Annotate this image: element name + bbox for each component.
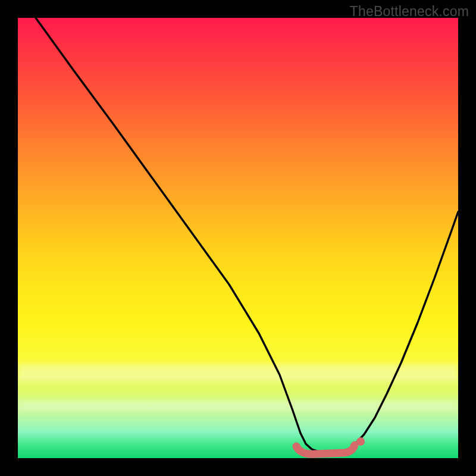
bottleneck-curve-path — [36, 18, 458, 452]
watermark-text: TheBottleneck.com — [350, 4, 469, 20]
curve-svg — [18, 18, 458, 458]
chart-area — [18, 18, 458, 458]
optimal-range-marker — [296, 445, 355, 454]
optimal-point-dot — [356, 437, 365, 446]
